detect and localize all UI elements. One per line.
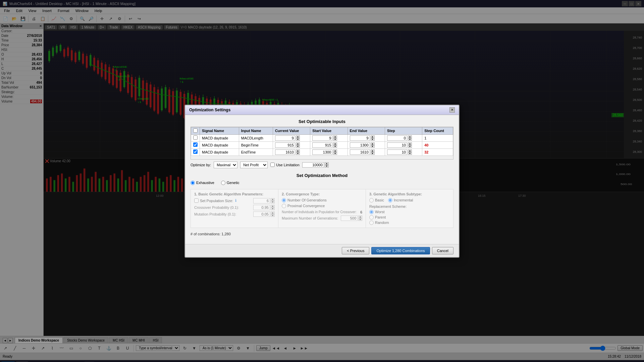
row3-end-spin[interactable]: ▲ ▼ xyxy=(350,149,383,155)
row1-start-down[interactable]: ▼ xyxy=(333,138,337,141)
population-size-label[interactable]: Set Population Size: ℹ xyxy=(194,198,236,203)
max-gen-down[interactable]: ▼ xyxy=(358,218,362,221)
row1-current-down[interactable]: ▼ xyxy=(296,138,300,141)
row3-start-spin[interactable]: ▲ ▼ xyxy=(312,149,345,155)
row3-step-up[interactable]: ▲ xyxy=(408,149,412,152)
mutation-value[interactable]: ▲ ▼ xyxy=(253,212,275,217)
mutation-down[interactable]: ▼ xyxy=(271,214,275,217)
row2-end-input[interactable] xyxy=(350,142,370,148)
row2-step-input[interactable] xyxy=(387,142,407,148)
incremental-subtype-label[interactable]: Incremental xyxy=(388,198,413,202)
optimize-metric-select[interactable]: Net Profit Profit Drawdown xyxy=(240,162,268,168)
random-label[interactable]: Random xyxy=(369,221,450,225)
optimize-method-select[interactable]: Maximal Minimal xyxy=(214,162,237,168)
row3-end-input[interactable] xyxy=(350,149,370,155)
row2-step-up[interactable]: ▲ xyxy=(408,142,412,145)
population-size-checkbox[interactable] xyxy=(194,198,199,203)
row2-end-spin[interactable]: ▲ ▼ xyxy=(350,142,383,148)
row3-current-spin[interactable]: ▲ ▼ xyxy=(275,149,308,155)
row1-current-input[interactable] xyxy=(275,135,295,141)
select-all-checkbox[interactable] xyxy=(193,128,198,133)
row2-current-input[interactable] xyxy=(275,142,295,148)
row2-step-down[interactable]: ▼ xyxy=(408,145,412,148)
num-generations-label[interactable]: Number Of Generations xyxy=(282,198,362,202)
row3-step-input[interactable] xyxy=(387,149,407,155)
population-size-value[interactable]: ▲ ▼ xyxy=(253,198,275,203)
max-gen-up[interactable]: ▲ xyxy=(358,216,362,218)
row3-step-spin[interactable]: ▲ ▼ xyxy=(387,149,420,155)
row3-step-down[interactable]: ▼ xyxy=(408,152,412,155)
row1-end-down[interactable]: ▼ xyxy=(371,138,375,141)
max-gen-value[interactable]: ▲ ▼ xyxy=(341,216,362,221)
parent-label[interactable]: Parent xyxy=(369,215,450,220)
row3-start-down[interactable]: ▼ xyxy=(333,152,337,155)
row2-current-up[interactable]: ▲ xyxy=(296,142,300,145)
parent-radio[interactable] xyxy=(369,215,374,220)
row2-current-down[interactable]: ▼ xyxy=(296,145,300,148)
optimize-button[interactable]: Optimize 1,280 Combinations xyxy=(371,247,430,254)
row2-start-down[interactable]: ▼ xyxy=(333,145,337,148)
crossover-down[interactable]: ▼ xyxy=(271,207,275,210)
row1-end-up[interactable]: ▲ xyxy=(371,135,375,138)
row2-current-spin[interactable]: ▲ ▼ xyxy=(275,142,308,148)
row2-checkbox[interactable] xyxy=(193,142,198,147)
row1-step-spin[interactable]: ▲ ▼ xyxy=(387,135,420,141)
worst-label[interactable]: Worst xyxy=(369,210,450,214)
row3-current-input[interactable] xyxy=(275,149,295,155)
row3-current-down[interactable]: ▼ xyxy=(296,152,300,155)
mutation-up[interactable]: ▲ xyxy=(271,212,275,214)
mutation-input[interactable] xyxy=(253,212,270,217)
row1-step-up[interactable]: ▲ xyxy=(408,135,412,138)
limitation-up[interactable]: ▲ xyxy=(325,162,329,165)
population-size-down[interactable]: ▼ xyxy=(271,201,275,203)
row1-checkbox[interactable] xyxy=(193,135,198,140)
genetic-radio-label[interactable]: Genetic xyxy=(221,181,239,185)
row1-current-up[interactable]: ▲ xyxy=(296,135,300,138)
population-size-input[interactable] xyxy=(253,198,270,203)
row1-start-input[interactable] xyxy=(312,135,332,141)
row1-start-up[interactable]: ▲ xyxy=(333,135,337,138)
random-radio[interactable] xyxy=(369,221,374,225)
row2-end-down[interactable]: ▼ xyxy=(371,145,375,148)
row1-end-input[interactable] xyxy=(350,135,370,141)
worst-radio[interactable] xyxy=(369,210,374,214)
row3-start-input[interactable] xyxy=(312,149,332,155)
inputs-table-wrapper[interactable]: Signal Name Input Name Current Value Sta… xyxy=(191,127,453,160)
row2-start-up[interactable]: ▲ xyxy=(333,142,337,145)
row1-step-down[interactable]: ▼ xyxy=(408,138,412,141)
row2-start-input[interactable] xyxy=(312,142,332,148)
row1-step-input[interactable] xyxy=(387,135,407,141)
row2-end-up[interactable]: ▲ xyxy=(371,142,375,145)
genetic-radio[interactable] xyxy=(221,181,225,185)
row3-start-up[interactable]: ▲ xyxy=(333,149,337,152)
limitation-down[interactable]: ▼ xyxy=(325,165,329,168)
row3-end-up[interactable]: ▲ xyxy=(371,149,375,152)
cancel-button[interactable]: Cancel xyxy=(432,247,453,254)
limitation-input[interactable] xyxy=(302,162,324,168)
proximal-radio[interactable] xyxy=(282,204,286,208)
use-limitation-label[interactable]: Use Limitation xyxy=(270,163,300,167)
incremental-subtype-radio[interactable] xyxy=(388,198,392,202)
crossover-up[interactable]: ▲ xyxy=(271,205,275,207)
row3-end-down[interactable]: ▼ xyxy=(371,152,375,155)
basic-subtype-label[interactable]: Basic xyxy=(369,198,384,202)
population-size-up[interactable]: ▲ xyxy=(271,198,275,201)
row3-current-up[interactable]: ▲ xyxy=(296,149,300,152)
exhaustive-radio[interactable] xyxy=(191,181,195,185)
row1-start-spin[interactable]: ▲ ▼ xyxy=(312,135,345,141)
row3-checkbox[interactable] xyxy=(193,149,198,154)
use-limitation-checkbox[interactable] xyxy=(270,163,275,167)
row2-start-spin[interactable]: ▲ ▼ xyxy=(312,142,345,148)
row2-step-spin[interactable]: ▲ ▼ xyxy=(387,142,420,148)
proximal-label[interactable]: Proximal Convergence xyxy=(282,204,362,208)
limitation-spin[interactable]: ▲ ▼ xyxy=(302,162,329,168)
crossover-input[interactable] xyxy=(253,205,270,210)
crossover-value[interactable]: ▲ ▼ xyxy=(253,205,275,210)
basic-subtype-radio[interactable] xyxy=(369,198,374,202)
modal-close-button[interactable]: ✕ xyxy=(449,107,455,113)
exhaustive-radio-label[interactable]: Exhaustive xyxy=(191,181,214,185)
num-generations-radio[interactable] xyxy=(282,198,286,202)
previous-button[interactable]: < Previous xyxy=(342,247,369,254)
row1-end-spin[interactable]: ▲ ▼ xyxy=(350,135,383,141)
max-gen-input[interactable] xyxy=(341,216,358,221)
